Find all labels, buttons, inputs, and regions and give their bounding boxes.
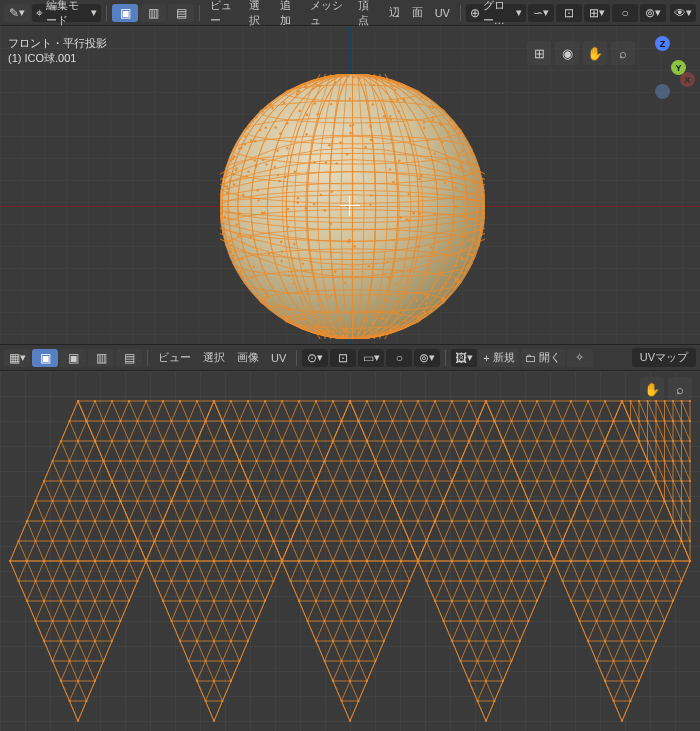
pivot-dropdown[interactable]: ∽▾ <box>528 4 554 22</box>
uv-snap-toggle[interactable]: ⊡ <box>330 349 356 367</box>
svg-point-1190 <box>366 440 368 442</box>
menu-edge[interactable]: 辺 <box>384 5 405 20</box>
propedit-toggle[interactable]: ○ <box>612 4 638 22</box>
propedit-dropdown[interactable]: ⊚▾ <box>640 4 666 22</box>
menu-select[interactable]: 選択 <box>244 0 272 28</box>
svg-point-908 <box>145 440 147 442</box>
svg-point-1143 <box>324 580 326 582</box>
svg-point-67 <box>441 286 443 288</box>
overlay-camera-icon[interactable]: ◉ <box>555 41 579 65</box>
overlay-grid-icon[interactable]: ⊞ <box>527 41 551 65</box>
svg-line-436 <box>27 561 87 701</box>
menu-uv[interactable]: UV <box>430 7 455 19</box>
brush-icon[interactable]: ✎▾ <box>4 4 30 22</box>
svg-point-1087 <box>341 500 343 502</box>
svg-point-1279 <box>468 560 470 562</box>
uv-open-button[interactable]: 🗀 開く <box>521 349 565 367</box>
svg-point-943 <box>196 440 198 442</box>
mode-dropdown[interactable]: ⌖ 編集モード ▾ <box>32 4 101 22</box>
gizmo-neg-axis[interactable] <box>655 84 670 99</box>
uv-editor[interactable]: ✋ ⌕ .ue{stroke:#e98c2e;stroke-width:0.8;… <box>0 371 700 731</box>
menu-mesh[interactable]: メッシュ <box>305 0 351 28</box>
svg-point-1392 <box>672 560 674 562</box>
gizmo-z-axis[interactable]: Z <box>655 36 670 51</box>
uv-select-face-icon[interactable]: ▤ <box>116 349 142 367</box>
svg-point-1138 <box>332 600 334 602</box>
uv-image-link-icon[interactable]: 🖼▾ <box>451 349 477 367</box>
svg-point-1329 <box>502 400 504 402</box>
overlay-hand-icon[interactable]: ✋ <box>583 41 607 65</box>
overlay-zoom-icon[interactable]: ⌕ <box>611 41 635 65</box>
svg-point-802 <box>86 460 88 462</box>
svg-point-1463 <box>630 420 632 422</box>
svg-point-959 <box>205 540 207 542</box>
select-face-icon[interactable]: ▤ <box>168 4 194 22</box>
svg-point-1420 <box>553 560 555 562</box>
svg-point-1117 <box>358 660 360 662</box>
svg-point-1072 <box>358 460 360 462</box>
uv-menu-select[interactable]: 選択 <box>198 350 230 365</box>
svg-point-962 <box>179 520 181 522</box>
menu-add[interactable]: 追加 <box>275 0 303 28</box>
svg-point-178 <box>289 317 291 319</box>
menu-face[interactable]: 面 <box>407 5 428 20</box>
svg-point-1274 <box>477 580 479 582</box>
uv-prop-dropdown[interactable]: ⊚▾ <box>414 349 440 367</box>
svg-point-43 <box>221 207 223 209</box>
navigation-gizmo[interactable]: Z Y X <box>635 36 690 91</box>
svg-point-852 <box>128 560 130 562</box>
svg-point-1296 <box>553 520 555 522</box>
svg-point-160 <box>278 180 280 182</box>
select-vertex-icon[interactable]: ▣ <box>112 4 138 22</box>
svg-line-634 <box>537 541 546 561</box>
uv-menu-uv[interactable]: UV <box>266 352 291 364</box>
svg-point-1443 <box>672 420 674 422</box>
svg-point-76 <box>313 203 315 205</box>
svg-line-571 <box>299 421 359 561</box>
snap-dropdown[interactable]: ⊞▾ <box>584 4 610 22</box>
uv-select-vert-icon[interactable]: ▣ <box>60 349 86 367</box>
visibility-icon[interactable]: 👁▾ <box>670 4 696 22</box>
uv-editor-type-icon[interactable]: ▦▾ <box>4 349 30 367</box>
svg-point-974 <box>239 660 241 662</box>
svg-point-235 <box>471 240 473 242</box>
svg-point-1258 <box>468 680 470 682</box>
svg-point-361 <box>234 250 236 252</box>
uv-select-edge-icon[interactable]: ▥ <box>88 349 114 367</box>
uv-snap-dropdown[interactable]: ▭▾ <box>358 349 384 367</box>
menu-vertex[interactable]: 頂点 <box>353 0 381 28</box>
svg-point-858 <box>103 580 105 582</box>
gizmo-x-axis[interactable]: X <box>680 72 695 87</box>
snap-toggle[interactable]: ⊡ <box>556 4 582 22</box>
svg-point-278 <box>250 139 252 141</box>
uv-menu-view[interactable]: ビュー <box>153 350 196 365</box>
svg-point-1320 <box>553 400 555 402</box>
uv-pivot-dropdown[interactable]: ⊙▾ <box>302 349 328 367</box>
svg-point-96 <box>457 281 459 283</box>
svg-point-991 <box>222 620 224 622</box>
svg-line-511 <box>197 561 240 661</box>
uvmap-dropdown[interactable]: UVマップ <box>632 348 696 367</box>
menu-view[interactable]: ビュー <box>205 0 242 28</box>
uv-new-button[interactable]: + 新規 <box>479 349 519 367</box>
svg-point-1164 <box>443 460 445 462</box>
orientation-dropdown[interactable]: ⊕ グロー…▾ <box>466 4 526 22</box>
uv-mode-icon[interactable]: ▣ <box>32 349 58 367</box>
viewport-3d[interactable]: フロント・平行投影 (1) ICO球.001 ⊞ ◉ ✋ ⌕ Z Y X .e{… <box>0 26 700 344</box>
svg-point-999 <box>222 580 224 582</box>
svg-point-225 <box>230 160 232 162</box>
svg-point-902 <box>162 440 164 442</box>
uv-prop-toggle[interactable]: ○ <box>386 349 412 367</box>
uv-pin-icon[interactable]: ✧ <box>567 349 593 367</box>
svg-point-1270 <box>502 560 504 562</box>
select-edge-icon[interactable]: ▥ <box>140 4 166 22</box>
svg-point-323 <box>240 147 242 149</box>
svg-point-1175 <box>392 500 394 502</box>
svg-point-812 <box>94 520 96 522</box>
uv-menu-image[interactable]: 画像 <box>232 350 264 365</box>
svg-point-1176 <box>400 480 402 482</box>
svg-point-280 <box>470 169 472 171</box>
svg-point-308 <box>418 178 420 180</box>
svg-point-1014 <box>162 560 164 562</box>
svg-point-249 <box>296 93 298 95</box>
